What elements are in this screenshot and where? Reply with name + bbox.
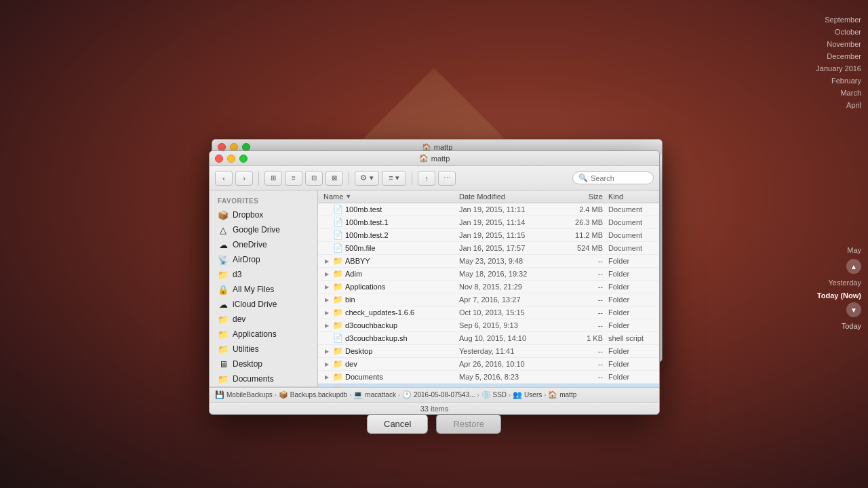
file-size: -- <box>561 270 608 278</box>
file-icon: 📁 <box>333 256 342 266</box>
expand-triangle[interactable]: ▶ <box>323 322 330 329</box>
table-row[interactable]: 📄 100mb.test.2 Jan 19, 2015, 11:15 11.2 … <box>318 229 659 242</box>
table-row[interactable]: ▶ 📁 bin Apr 7, 2016, 13:27 -- Folder <box>318 293 659 306</box>
file-icon: 📁 <box>333 269 342 279</box>
path-item[interactable]: 📦Backups.backupdb <box>279 390 348 399</box>
col-header-kind[interactable]: Kind <box>608 192 654 201</box>
sidebar-label-d3: d3 <box>233 270 241 279</box>
file-size: 11.2 MB <box>561 231 608 239</box>
expand-triangle[interactable]: ▶ <box>323 283 330 290</box>
table-row[interactable]: ▶ 📁 ABBYY May 23, 2013, 9:48 -- Folder <box>318 255 659 268</box>
table-row[interactable]: ▶ 📁 Desktop Yesterday, 11:41 -- Folder <box>318 345 659 358</box>
expand-triangle[interactable]: ▶ <box>323 296 330 303</box>
table-row[interactable]: ▶ 📁 Documents May 5, 2016, 8:23 -- Folde… <box>318 371 659 384</box>
toolbar-sep-1 <box>258 171 259 185</box>
onedrive-icon: ☁ <box>218 239 229 250</box>
file-name-cell: ▶ 📁 Desktop <box>323 346 459 356</box>
file-name: d3couchbackup <box>345 321 397 329</box>
tags-button[interactable]: ⋯ <box>438 171 456 186</box>
sidebar-item-dev[interactable]: 📁 dev <box>210 312 317 327</box>
view-cover-button[interactable]: ⊠ <box>326 171 343 186</box>
file-kind: Document <box>608 218 654 226</box>
file-date: Jan 19, 2015, 11:11 <box>459 205 561 214</box>
sidebar-item-d3[interactable]: 📁 d3 <box>210 267 317 282</box>
arrange-button[interactable]: ≡ ▾ <box>382 171 406 186</box>
nav-up-button[interactable]: ▲ <box>846 259 861 274</box>
path-item[interactable]: 🕐2016-05-08-07543... <box>402 390 475 399</box>
sidebar-item-applications[interactable]: 📁 Applications <box>210 327 317 342</box>
path-item[interactable]: 👥Users <box>513 390 542 399</box>
sidebar-item-onedrive[interactable]: ☁ OneDrive <box>210 237 317 252</box>
sidebar-label-applications: Applications <box>233 329 277 339</box>
expand-triangle[interactable]: ▶ <box>323 361 330 367</box>
close-button[interactable] <box>215 155 223 163</box>
table-row[interactable]: ▶ 📁 Applications Nov 8, 2015, 21:29 -- F… <box>318 281 659 293</box>
file-name: bin <box>345 296 355 304</box>
maximize-button[interactable] <box>239 155 248 163</box>
file-date: Apr 26, 2016, 10:10 <box>459 360 561 368</box>
table-row[interactable]: 📄 d3couchbackup.sh Aug 10, 2015, 14:10 1… <box>318 332 659 345</box>
action-button[interactable]: ⚙ ▾ <box>355 171 379 186</box>
table-row[interactable]: 📄 500m.file Jan 16, 2015, 17:57 524 MB D… <box>318 242 659 255</box>
path-bar: 💾MobileBackups›📦Backups.backupdb›💻macatt… <box>210 387 659 402</box>
cancel-button[interactable]: Cancel <box>367 414 428 434</box>
sidebar-item-desktop[interactable]: 🖥 Desktop <box>210 357 317 371</box>
sidebar-item-icloud-drive[interactable]: ☁ iCloud Drive <box>210 297 317 312</box>
restore-button[interactable]: Restore <box>436 414 501 434</box>
path-icon: 💻 <box>353 390 363 399</box>
window-title: 🏠 mattp <box>419 154 450 163</box>
expand-triangle[interactable]: ▶ <box>323 309 330 316</box>
path-item[interactable]: 💻macattack <box>353 390 396 399</box>
file-kind: Folder <box>608 386 654 387</box>
expand-triangle[interactable]: ▶ <box>323 348 330 354</box>
file-name: Documents <box>345 373 383 381</box>
sidebar-label-all-my-files: All My Files <box>233 285 274 294</box>
file-icon: 📄 <box>333 218 342 227</box>
expand-triangle[interactable]: ▶ <box>323 373 330 380</box>
col-header-name[interactable]: Name ▼ <box>323 192 459 201</box>
toolbar-sep-2 <box>349 171 349 185</box>
today-now-label: Today (Now) <box>817 291 861 300</box>
file-icon: 📄 <box>333 333 342 343</box>
yesterday-label: Yesterday <box>828 277 861 289</box>
file-date: Jan 19, 2015, 11:14 <box>459 218 561 226</box>
sidebar-item-documents[interactable]: 📁 Documents <box>210 371 317 386</box>
expand-triangle[interactable]: ▶ <box>323 270 330 277</box>
sidebar-item-google-drive[interactable]: △ Google Drive <box>210 222 317 237</box>
sidebar-item-utilities[interactable]: 📁 Utilities <box>210 342 317 357</box>
view-list-button[interactable]: ≡ <box>285 171 302 186</box>
file-kind: Folder <box>608 270 654 278</box>
table-row[interactable]: ▶ 📁 d3couchbackup Sep 6, 2015, 9:13 -- F… <box>318 319 659 332</box>
path-item[interactable]: 💿SSD <box>481 390 507 399</box>
finder-window: 🏠 mattp ‹ › ⊞ ≡ ⊟ ⊠ ⚙ ▾ ≡ ▾ ↑ ⋯ 🔍 Favori… <box>209 150 660 415</box>
file-kind: Folder <box>608 257 654 265</box>
search-input[interactable] <box>591 174 652 182</box>
table-row[interactable]: ▶ 📁 dev Apr 26, 2016, 10:10 -- Folder <box>318 358 659 371</box>
path-item[interactable]: 💾MobileBackups <box>215 390 273 399</box>
view-icon-button[interactable]: ⊞ <box>264 171 282 186</box>
table-row[interactable]: 📄 100mb.test Jan 19, 2015, 11:11 2.4 MB … <box>318 203 659 216</box>
documents-icon: 📁 <box>218 373 229 384</box>
sidebar-item-all-my-files[interactable]: 🔒 All My Files <box>210 282 317 297</box>
sidebar-item-airdrop[interactable]: 📡 AirDrop <box>210 252 317 267</box>
sidebar-item-downloads[interactable]: ⬇ Downloads <box>210 386 317 387</box>
view-column-button[interactable]: ⊟ <box>305 171 323 186</box>
file-list[interactable]: Name ▼ Date Modified Size Kind 📄 100mb.t… <box>318 190 659 387</box>
file-size: -- <box>561 308 608 317</box>
sidebar-item-dropbox[interactable]: 📦 Dropbox <box>210 207 317 222</box>
forward-button[interactable]: › <box>235 171 253 186</box>
table-row[interactable]: ▶ 📁 Downloads Yesterday, 9:34 -- Folder <box>318 384 659 387</box>
expand-triangle[interactable]: ▶ <box>323 258 330 264</box>
path-item[interactable]: 🏠mattp <box>548 390 576 399</box>
nav-down-button[interactable]: ▼ <box>846 302 861 317</box>
back-button[interactable]: ‹ <box>215 171 233 186</box>
expand-triangle[interactable]: ▶ <box>323 386 330 387</box>
table-row[interactable]: 📄 100mb.test.1 Jan 19, 2015, 11:14 26.3 … <box>318 216 659 229</box>
path-separator: › <box>398 392 400 399</box>
minimize-button[interactable] <box>227 155 235 163</box>
table-row[interactable]: ▶ 📁 check_updates-1.6.6 Oct 10, 2013, 15… <box>318 306 659 319</box>
share-button[interactable]: ↑ <box>418 171 435 186</box>
col-header-size[interactable]: Size <box>561 192 608 201</box>
table-row[interactable]: ▶ 📁 Adim May 18, 2016, 19:32 -- Folder <box>318 268 659 281</box>
col-header-date[interactable]: Date Modified <box>459 192 561 201</box>
